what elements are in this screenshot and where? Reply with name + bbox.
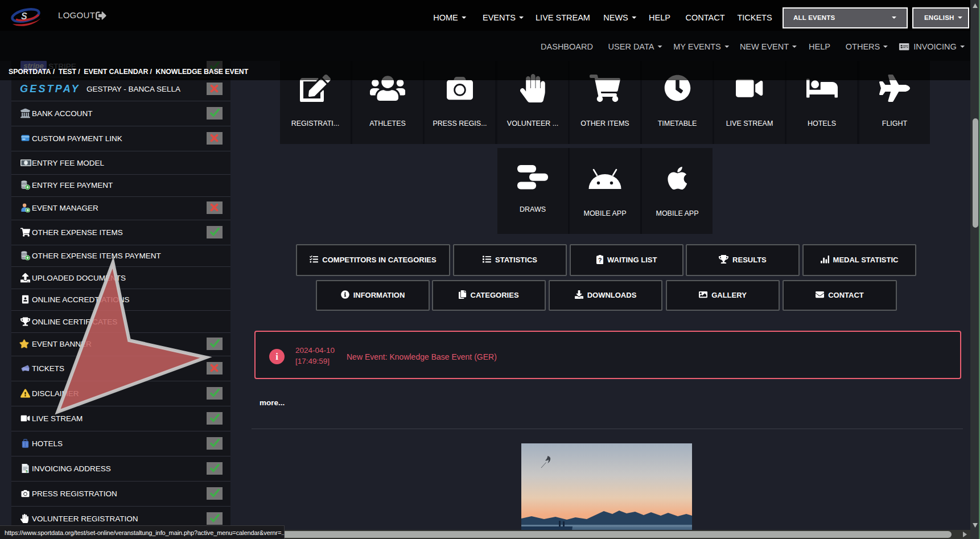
svg-text:S: S	[21, 11, 27, 21]
svg-text:?: ?	[598, 257, 602, 264]
